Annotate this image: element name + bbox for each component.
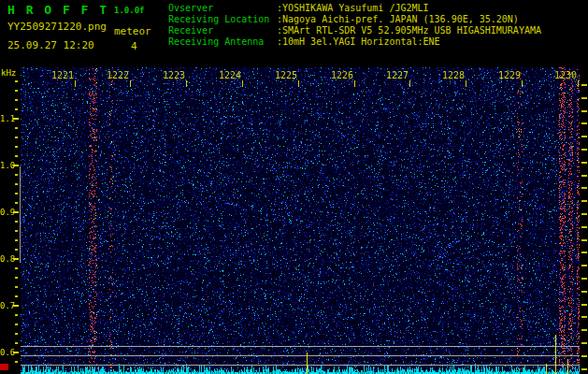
freq-minor-tick: [15, 99, 18, 101]
freq-label: 0.6: [0, 348, 13, 357]
right-scale-tick: [581, 110, 587, 112]
right-scale-tick: [581, 278, 587, 280]
right-scale-tick: [581, 84, 587, 86]
right-scale-tick: [581, 175, 587, 177]
freq-major-tick: [13, 118, 19, 120]
right-scale-tick: [581, 355, 587, 357]
right-scale-tick: [581, 149, 587, 151]
right-scale-tick: [581, 97, 587, 99]
right-scale-tick: [581, 226, 587, 228]
time-label: 1222: [105, 70, 129, 80]
time-label: 1230: [552, 70, 577, 80]
freq-minor-tick: [15, 202, 18, 204]
time-label: 1229: [496, 70, 521, 80]
freq-minor-tick: [15, 221, 18, 223]
freq-label: 0.8: [0, 254, 13, 264]
time-label: 1227: [384, 70, 409, 80]
right-scale-tick: [581, 136, 587, 137]
freq-minor-tick: [15, 314, 18, 316]
freq-label: 0.9: [0, 208, 13, 217]
freq-minor-tick: [15, 249, 18, 251]
freq-minor-tick: [15, 342, 18, 344]
freq-major-tick: [13, 258, 19, 260]
time-label: 1221: [50, 70, 74, 80]
hrofft-window: H R O F F T 1.0.0f YY2509271220.png mete…: [0, 0, 588, 374]
right-scale-tick: [581, 368, 587, 370]
freq-minor-tick: [15, 155, 18, 157]
freq-minor-tick: [15, 361, 18, 363]
right-scale-tick: [581, 265, 587, 266]
freq-minor-tick: [15, 324, 18, 325]
freq-minor-tick: [15, 193, 18, 194]
freq-major-tick: [13, 165, 19, 166]
time-tick: [578, 80, 579, 87]
time-tick: [522, 80, 523, 87]
right-scale-tick: [581, 239, 587, 241]
freq-minor-tick: [15, 137, 18, 138]
freq-minor-tick: [15, 239, 18, 241]
freq-major-tick: [13, 305, 19, 307]
freq-minor-tick: [15, 183, 18, 185]
right-scale-tick: [581, 304, 587, 306]
right-scale-tick: [581, 329, 587, 331]
freq-minor-tick: [15, 333, 18, 335]
freq-minor-tick: [15, 80, 18, 82]
right-scale-tick: [581, 252, 587, 253]
time-tick: [354, 80, 355, 87]
right-scale-tick: [581, 187, 587, 189]
freq-label: 1.0: [0, 161, 13, 170]
record-indicator: [0, 364, 8, 370]
right-scale-tick: [581, 162, 587, 164]
time-tick: [130, 80, 131, 87]
right-scale-tick: [581, 200, 587, 202]
time-tick: [298, 80, 299, 87]
right-scale-tick: [581, 316, 587, 318]
time-tick: [466, 80, 466, 87]
right-scale-tick: [581, 291, 587, 293]
time-label: 1224: [217, 70, 241, 80]
freq-label: 0.7: [0, 301, 13, 310]
freq-minor-tick: [15, 90, 18, 92]
right-scale-tick: [581, 342, 587, 344]
freq-minor-tick: [15, 108, 18, 110]
freq-major-tick: [13, 352, 19, 353]
time-label: 1226: [329, 70, 353, 80]
freq-minor-tick: [15, 146, 18, 148]
time-label: 1228: [440, 70, 465, 80]
time-tick: [242, 80, 243, 87]
freq-minor-tick: [15, 174, 18, 176]
time-label: 1225: [273, 70, 297, 80]
right-scale-tick: [581, 213, 587, 215]
axis-layer: 1221122212231224122512261227122812291230…: [0, 0, 588, 374]
freq-minor-tick: [15, 277, 18, 279]
time-tick: [186, 80, 187, 87]
freq-minor-tick: [15, 127, 18, 129]
time-label: 1223: [161, 70, 185, 80]
freq-minor-tick: [15, 295, 18, 297]
freq-major-tick: [13, 211, 19, 213]
right-scale-tick: [581, 122, 587, 124]
freq-minor-tick: [15, 267, 18, 269]
freq-minor-tick: [15, 230, 18, 232]
time-tick: [75, 80, 76, 87]
freq-minor-tick: [15, 286, 18, 288]
freq-label: 1.1: [0, 114, 13, 123]
time-tick: [409, 80, 410, 87]
